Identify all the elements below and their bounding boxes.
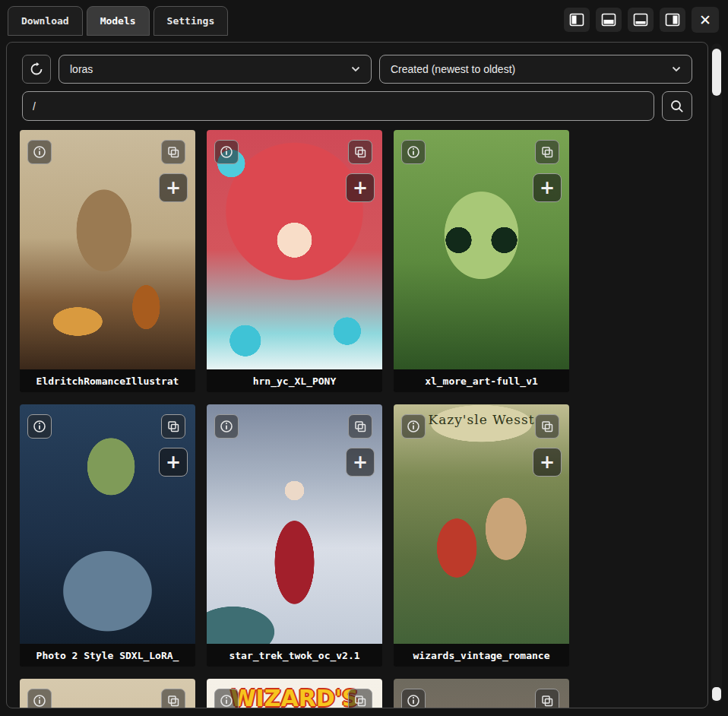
info-button[interactable] [27, 414, 52, 439]
plus-icon: + [540, 451, 555, 473]
info-icon [32, 144, 47, 160]
model-name: EldritchRomanceIllustrat [20, 369, 195, 392]
model-name: wizards_vintage_romance [394, 644, 569, 667]
copy-button[interactable] [348, 414, 372, 439]
layout-split-left-button[interactable] [564, 8, 590, 32]
info-button[interactable] [401, 689, 426, 708]
refresh-icon [29, 62, 44, 77]
model-thumbnail[interactable]: + [20, 130, 195, 369]
layout-bottom-bar-icon [633, 13, 648, 27]
search-row [22, 91, 692, 121]
model-thumbnail[interactable]: Kazy'sle Wesst + [394, 404, 569, 644]
scrollbar-thumb[interactable] [712, 49, 721, 96]
search-button[interactable] [662, 91, 692, 121]
add-button[interactable]: + [346, 448, 375, 477]
close-icon: ✕ [699, 11, 711, 28]
model-name: xl_more_art-full_v1 [394, 369, 569, 392]
copy-button[interactable] [161, 689, 185, 708]
add-button[interactable]: + [159, 173, 188, 202]
copy-icon [166, 693, 181, 708]
layout-split-right-icon [665, 13, 680, 27]
info-icon [219, 419, 234, 434]
layout-split-bottom-button[interactable] [596, 8, 622, 32]
info-icon [219, 693, 234, 708]
model-card: + star_trek_twok_oc_v2.1 [207, 404, 382, 667]
copy-icon [353, 693, 368, 708]
model-type-value: loras [70, 63, 93, 75]
model-card: + [394, 679, 569, 708]
toolbar: loras Created (newest to oldest) [22, 55, 692, 84]
sort-select[interactable]: Created (newest to oldest) [379, 55, 692, 84]
info-icon [406, 419, 421, 434]
info-button[interactable] [214, 140, 239, 164]
info-icon [219, 144, 234, 160]
model-card: Kazy'sle Wesst + wizards_vintage_romance [394, 404, 569, 667]
tab-models[interactable]: Models [87, 6, 150, 36]
tab-download[interactable]: Download [8, 6, 83, 36]
copy-button[interactable] [161, 414, 185, 439]
tab-bar: Download Models Settings [8, 6, 228, 36]
chevron-down-icon [351, 66, 360, 72]
copy-button[interactable] [535, 140, 559, 164]
sort-value: Created (newest to oldest) [391, 63, 515, 75]
add-button[interactable]: + [533, 448, 562, 477]
info-button[interactable] [214, 414, 239, 439]
info-icon [406, 144, 421, 160]
refresh-button[interactable] [22, 55, 51, 84]
model-card: + hrn_yc_XL_PONY [207, 130, 382, 392]
info-icon [32, 693, 47, 708]
search-input[interactable] [22, 91, 654, 121]
plus-icon: + [540, 177, 555, 198]
model-name: Photo 2 Style SDXL_LoRA_ [20, 644, 195, 667]
copy-icon [166, 144, 181, 160]
info-button[interactable] [401, 414, 426, 439]
models-panel: loras Created (newest to oldest) [6, 42, 708, 708]
layout-bottom-bar-button[interactable] [628, 8, 654, 32]
layout-split-left-icon [569, 13, 584, 27]
scrollbar-bottom-thumb[interactable] [712, 687, 721, 701]
search-icon [669, 99, 685, 114]
model-thumbnail[interactable]: + [207, 130, 382, 369]
copy-icon [353, 144, 368, 160]
plus-icon: + [166, 451, 181, 473]
copy-button[interactable] [348, 689, 372, 708]
layout-split-bottom-icon [601, 13, 616, 27]
model-thumbnail[interactable]: + [394, 130, 569, 369]
copy-icon [353, 419, 368, 434]
model-card: WIZARD'S + [207, 679, 382, 708]
add-button[interactable]: + [159, 448, 188, 477]
copy-button[interactable] [535, 689, 559, 708]
model-thumbnail[interactable]: + [20, 404, 195, 644]
model-type-select[interactable]: loras [59, 55, 372, 84]
copy-icon [540, 419, 555, 434]
model-thumbnail[interactable]: + [394, 679, 569, 708]
info-icon [32, 419, 47, 434]
copy-icon [166, 419, 181, 434]
model-grid: + EldritchRomanceIllustrat + [20, 130, 582, 708]
model-name: hrn_yc_XL_PONY [207, 369, 382, 392]
model-thumbnail[interactable]: + [20, 679, 195, 708]
copy-button[interactable] [535, 414, 559, 439]
copy-button[interactable] [161, 140, 185, 164]
tab-settings[interactable]: Settings [154, 6, 229, 36]
info-button[interactable] [401, 140, 426, 164]
copy-icon [540, 693, 555, 708]
close-button[interactable]: ✕ [692, 7, 719, 33]
model-thumbnail[interactable]: WIZARD'S + [207, 679, 382, 708]
model-card: + EldritchRomanceIllustrat [20, 130, 195, 392]
scrollbar-track[interactable] [711, 43, 722, 703]
chevron-down-icon [672, 66, 681, 72]
model-card: + Photo 2 Style SDXL_LoRA_ [20, 404, 195, 667]
add-button[interactable]: + [533, 173, 562, 202]
info-button[interactable] [214, 689, 239, 708]
add-button[interactable]: + [346, 173, 375, 202]
model-thumbnail[interactable]: + [207, 404, 382, 644]
layout-split-right-button[interactable] [660, 8, 685, 32]
plus-icon: + [353, 177, 368, 198]
titlebar-buttons: ✕ [564, 7, 719, 33]
info-icon [406, 693, 421, 708]
info-button[interactable] [27, 689, 52, 708]
copy-button[interactable] [348, 140, 372, 164]
info-button[interactable] [27, 140, 52, 164]
model-card: + xl_more_art-full_v1 [394, 130, 569, 392]
